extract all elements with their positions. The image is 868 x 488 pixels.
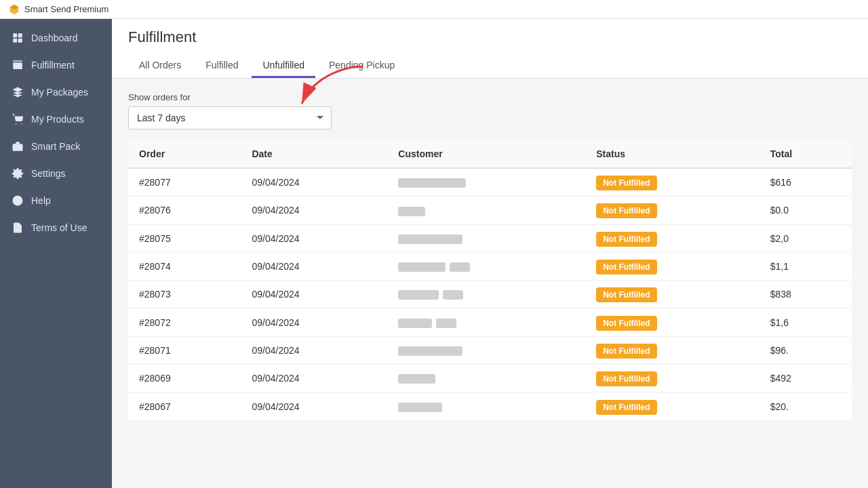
sidebar-item-terms-of-use[interactable]: Terms of Use: [0, 214, 112, 241]
svg-rect-1: [18, 33, 22, 37]
order-customer: [387, 224, 585, 252]
sidebar-item-label: My Packages: [31, 87, 88, 98]
tab-pending-pickup[interactable]: Pending Pickup: [318, 54, 406, 78]
order-status: Not Fulfilled: [585, 336, 760, 364]
table-row[interactable]: #2807709/04/2024Not Fulfilled$616: [128, 168, 852, 197]
status-badge: Not Fulfilled: [596, 400, 656, 415]
svg-rect-3: [18, 39, 22, 43]
redacted-name-2: [443, 290, 463, 300]
status-badge: Not Fulfilled: [596, 316, 656, 331]
redacted-name: [398, 346, 462, 356]
main-content: Fulfillment All Orders Fulfilled Unfulfi…: [112, 19, 868, 488]
order-customer: [387, 252, 585, 280]
tab-fulfilled[interactable]: Fulfilled: [195, 54, 249, 78]
tabs-container: All Orders Fulfilled Unfulfilled Pending…: [128, 54, 852, 78]
table-row[interactable]: #2806909/04/2024Not Fulfilled$492: [128, 365, 852, 392]
redacted-name: [398, 319, 432, 328]
order-number: #28076: [128, 197, 241, 224]
table-row[interactable]: #2807509/04/2024Not Fulfilled$2,0: [128, 224, 852, 252]
order-status: Not Fulfilled: [585, 252, 760, 280]
redacted-name: [398, 262, 446, 272]
sidebar-item-help[interactable]: Help: [0, 187, 112, 214]
order-status: Not Fulfilled: [585, 168, 760, 197]
order-date: 09/04/2024: [241, 365, 387, 392]
order-number: #28071: [128, 336, 241, 364]
sidebar-item-fulfillment[interactable]: Fulfillment: [0, 52, 112, 79]
order-status: Not Fulfilled: [585, 281, 760, 308]
sidebar-item-settings[interactable]: Settings: [0, 160, 112, 187]
sidebar-item-my-products[interactable]: My Products: [0, 106, 112, 133]
svg-rect-0: [13, 33, 17, 37]
status-badge: Not Fulfilled: [596, 344, 656, 359]
status-badge: Not Fulfilled: [596, 260, 656, 274]
tab-all-orders[interactable]: All Orders: [128, 54, 192, 78]
col-order: Order: [128, 140, 241, 168]
orders-table-container: Order Date Customer Status Total #280770…: [128, 140, 852, 421]
order-number: #28067: [128, 392, 241, 420]
order-date: 09/04/2024: [241, 336, 387, 364]
order-customer: [387, 197, 585, 224]
table-row[interactable]: #2806709/04/2024Not Fulfilled$20.: [128, 392, 852, 420]
sidebar-item-smart-pack[interactable]: Smart Pack: [0, 133, 112, 160]
table-row[interactable]: #2807609/04/2024Not Fulfilled$0.0: [128, 197, 852, 224]
order-date: 09/04/2024: [241, 197, 387, 224]
settings-icon: [11, 167, 24, 180]
smart-pack-icon: [11, 140, 24, 153]
redacted-name: [398, 235, 462, 244]
products-icon: [11, 113, 24, 126]
order-customer: [387, 392, 585, 420]
fulfillment-icon: [11, 58, 24, 72]
tab-unfulfilled[interactable]: Unfulfilled: [252, 54, 315, 78]
sidebar-item-my-packages[interactable]: My Packages: [0, 79, 112, 106]
order-number: #28075: [128, 224, 241, 252]
app-logo: [8, 3, 20, 16]
svg-rect-6: [13, 144, 23, 151]
table-row[interactable]: #2807209/04/2024Not Fulfilled$1,6: [128, 308, 852, 336]
order-status: Not Fulfilled: [585, 392, 760, 420]
sidebar-item-label: Settings: [31, 168, 66, 179]
topbar: Smart Send Premium: [0, 0, 868, 19]
order-status: Not Fulfilled: [585, 197, 760, 224]
svg-point-5: [21, 123, 22, 125]
table-row[interactable]: #2807109/04/2024Not Fulfilled$96.: [128, 336, 852, 364]
filter-select[interactable]: Last 7 days Last 14 days Last 30 days La…: [128, 106, 332, 129]
order-status: Not Fulfilled: [585, 224, 760, 252]
order-customer: [387, 365, 585, 392]
help-icon: [11, 194, 24, 207]
page-header-wrapper: Fulfillment All Orders Fulfilled Unfulfi…: [112, 19, 868, 79]
redacted-name: [398, 178, 466, 188]
status-badge: Not Fulfilled: [596, 232, 656, 247]
order-date: 09/04/2024: [241, 168, 387, 197]
svg-rect-2: [13, 39, 17, 43]
app-title: Smart Send Premium: [24, 4, 108, 14]
order-customer: [387, 168, 585, 197]
col-customer: Customer: [387, 140, 585, 168]
sidebar-item-label: Fulfillment: [31, 60, 75, 70]
filter-label: Show orders for: [128, 92, 852, 102]
order-status: Not Fulfilled: [585, 308, 760, 336]
dashboard-icon: [11, 31, 24, 45]
sidebar: Dashboard Fulfillment My Packages My Pro…: [0, 19, 112, 488]
terms-icon: [11, 221, 24, 235]
order-total: $1,1: [760, 252, 852, 280]
order-total: $20.: [760, 392, 852, 420]
redacted-name-2: [436, 319, 456, 328]
table-row[interactable]: #2807409/04/2024Not Fulfilled$1,1: [128, 252, 852, 280]
order-total: $0.0: [760, 197, 852, 224]
order-date: 09/04/2024: [241, 308, 387, 336]
order-total: $1,6: [760, 308, 852, 336]
order-total: $616: [760, 168, 852, 197]
order-total: $838: [760, 281, 852, 308]
sidebar-item-dashboard[interactable]: Dashboard: [0, 24, 112, 52]
sidebar-item-label: My Products: [31, 114, 84, 125]
order-total: $2,0: [760, 224, 852, 252]
redacted-name: [398, 374, 435, 384]
redacted-name: [398, 207, 425, 216]
table-row[interactable]: #2807309/04/2024Not Fulfilled$838: [128, 281, 852, 308]
sidebar-item-label: Terms of Use: [31, 222, 87, 233]
order-status: Not Fulfilled: [585, 365, 760, 392]
content-area: Show orders for Last 7 days Last 14 days…: [112, 79, 868, 488]
status-badge: Not Fulfilled: [596, 371, 656, 386]
order-date: 09/04/2024: [241, 392, 387, 420]
orders-table: Order Date Customer Status Total #280770…: [128, 140, 852, 421]
